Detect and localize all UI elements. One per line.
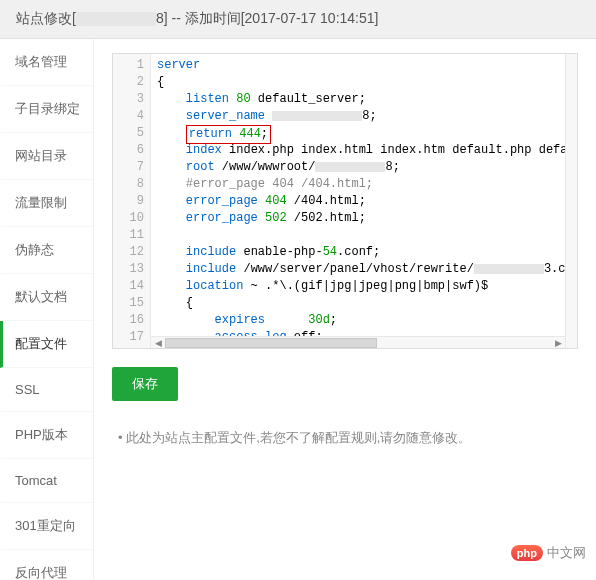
- header-prefix: 站点修改[: [16, 10, 76, 26]
- content-panel: 1 2 3 4 5 6 7 8 9 10 11 12 13 14 15 16 1…: [94, 39, 596, 579]
- sidebar-item-subdir[interactable]: 子目录绑定: [0, 86, 93, 133]
- sidebar-item-redirect301[interactable]: 301重定向: [0, 503, 93, 550]
- horizontal-scrollbar[interactable]: ◀ ▶: [151, 336, 565, 348]
- sidebar-item-rewrite[interactable]: 伪静态: [0, 227, 93, 274]
- sidebar-item-domain[interactable]: 域名管理: [0, 39, 93, 86]
- header-redacted: [76, 12, 156, 26]
- scroll-thumb[interactable]: [165, 338, 377, 348]
- watermark-text: 中文网: [547, 544, 586, 562]
- sidebar-item-ssl[interactable]: SSL: [0, 368, 93, 412]
- redacted-rewrite: [474, 264, 544, 274]
- redacted-servername: [272, 111, 362, 121]
- vertical-scrollbar[interactable]: [565, 54, 577, 348]
- hint-text: 此处为站点主配置文件,若您不了解配置规则,请勿随意修改。: [112, 429, 578, 447]
- line-gutter: 1 2 3 4 5 6 7 8 9 10 11 12 13 14 15 16 1…: [113, 54, 151, 348]
- code-editor[interactable]: 1 2 3 4 5 6 7 8 9 10 11 12 13 14 15 16 1…: [112, 53, 578, 349]
- sidebar-item-traffic[interactable]: 流量限制: [0, 180, 93, 227]
- scroll-left-icon[interactable]: ◀: [151, 337, 165, 349]
- sidebar-item-proxy[interactable]: 反向代理: [0, 550, 93, 579]
- code-area[interactable]: server { listen 80 default_server; serve…: [151, 54, 577, 348]
- dialog-header: 站点修改[8] -- 添加时间[2017-07-17 10:14:51]: [0, 0, 596, 39]
- redacted-root: [315, 162, 385, 172]
- sidebar-item-php[interactable]: PHP版本: [0, 412, 93, 459]
- header-time-close: ]: [375, 10, 379, 26]
- header-time-label: 添加时间[: [185, 10, 245, 26]
- scroll-track[interactable]: [165, 337, 551, 349]
- sidebar-item-tomcat[interactable]: Tomcat: [0, 459, 93, 503]
- sidebar-item-config[interactable]: 配置文件: [0, 321, 93, 368]
- watermark: php 中文网: [511, 544, 586, 562]
- sidebar-item-webdir[interactable]: 网站目录: [0, 133, 93, 180]
- sidebar-item-default-doc[interactable]: 默认文档: [0, 274, 93, 321]
- watermark-badge: php: [511, 545, 543, 561]
- header-sep: --: [168, 10, 185, 26]
- header-redacted-tail: 8]: [156, 10, 168, 26]
- sidebar: 域名管理 子目录绑定 网站目录 流量限制 伪静态 默认文档 配置文件 SSL P…: [0, 39, 94, 579]
- scroll-right-icon[interactable]: ▶: [551, 337, 565, 349]
- save-button[interactable]: 保存: [112, 367, 178, 401]
- header-time-value: 2017-07-17 10:14:51: [245, 10, 375, 26]
